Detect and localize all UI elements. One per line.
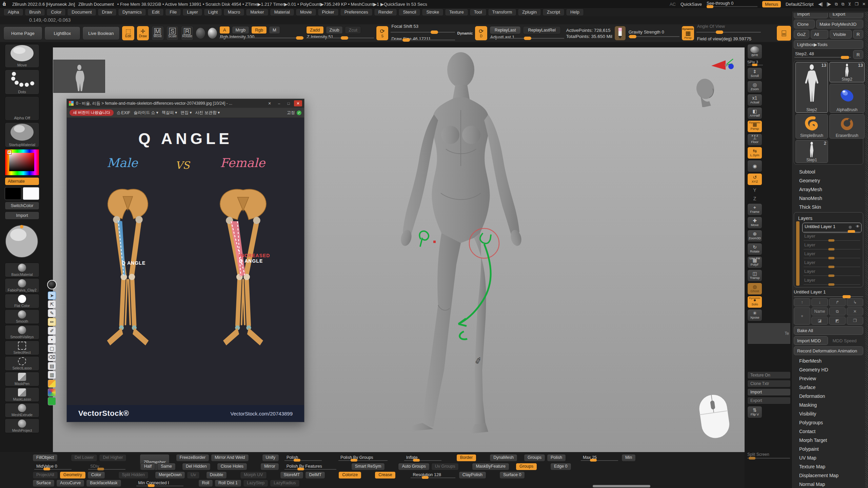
shelf-view-button[interactable]: x1 Actual xyxy=(747,94,762,106)
bottom-bar-button[interactable]: Polish By Features xyxy=(283,463,338,470)
field-of-view-slider[interactable]: Field of view(deg) 39.59775 xyxy=(696,37,774,42)
rotate-button[interactable]: 🅁Rotate xyxy=(181,26,194,41)
layer-down-button[interactable]: ↓ xyxy=(811,298,828,306)
clone-button[interactable]: Clone xyxy=(794,20,815,28)
annotation-pencil-button[interactable]: ✏ xyxy=(48,318,56,326)
bottom-bar-button[interactable]: MergeDown xyxy=(155,471,185,479)
bottom-bar-button[interactable]: Double xyxy=(206,471,227,479)
make-polymesh3d-button[interactable]: Make PolyMesh3D xyxy=(816,20,863,28)
tool-thumbnail-simplebrush[interactable]: SimpleBrush xyxy=(795,114,828,139)
menu-item[interactable]: Document xyxy=(67,8,96,16)
panel-section-header[interactable]: Normal Map xyxy=(794,480,863,488)
panel-section-header[interactable]: Subtool xyxy=(794,167,863,176)
bottom-bar-button[interactable]: Polish xyxy=(547,454,566,462)
layers-scrollbar[interactable] xyxy=(796,221,800,286)
bottom-bar-button[interactable]: Inflate xyxy=(402,454,443,462)
dynamic-brush-icon[interactable]: ⟳D xyxy=(475,26,488,41)
bottom-bar-button[interactable]: Uv Groups xyxy=(431,463,459,470)
tool-thumbnail-eraserbrush[interactable]: EraserBrush xyxy=(829,114,865,139)
bpr-button[interactable]: BPR xyxy=(747,44,762,59)
layer-row[interactable]: Layer xyxy=(802,277,862,286)
viewer-menu-archive[interactable]: 사진 보관함 ▾ xyxy=(195,110,220,116)
viewer-title-bar[interactable]: 0 - 비율, 리듬 > female-and-male-skeleton-di… xyxy=(67,99,304,108)
step2-r-button[interactable]: R xyxy=(853,50,863,59)
clone-txtr-button[interactable]: Clone Txtr xyxy=(747,380,791,387)
panel-section-header[interactable]: UV Map xyxy=(794,453,863,462)
bottom-bar-button[interactable]: Surface xyxy=(33,480,55,487)
menu-item[interactable]: Render xyxy=(374,8,397,16)
bottom-bar-button[interactable]: ClayPolish xyxy=(459,471,486,479)
panel-section-header[interactable]: Polygroups xyxy=(794,418,863,427)
menu-item[interactable]: Transform xyxy=(488,8,517,16)
texture-preview[interactable]: Te xyxy=(747,323,791,344)
menu-item[interactable]: Brush xyxy=(25,8,45,16)
shelf-material-item[interactable]: Flat Color xyxy=(5,294,39,308)
menu-item[interactable]: Movie xyxy=(296,8,316,16)
panel-section-header[interactable]: Morph Target xyxy=(794,436,863,445)
bottom-bar-button[interactable]: Min xyxy=(622,454,636,462)
panel-section-header[interactable]: Visibility xyxy=(794,409,863,418)
mrgb-button[interactable]: Mrgb xyxy=(232,26,250,34)
bottom-bar-button[interactable]: Mirror And Weld xyxy=(211,454,249,462)
brush-thumbnail-move[interactable]: Move xyxy=(5,44,39,68)
edit-button[interactable]: ⬚Edit xyxy=(122,26,135,41)
panel-section-header[interactable]: Geometry HD xyxy=(794,365,863,374)
bottom-bar-button[interactable]: FreezeBorder xyxy=(176,454,209,462)
layer-row[interactable]: Layer xyxy=(802,250,862,259)
mdd-speed-slider[interactable]: MDD Speed xyxy=(829,336,864,345)
panel-section-header[interactable]: Deformation xyxy=(794,392,863,401)
tool-thumbnail-step2[interactable]: 13 Step2 xyxy=(829,62,865,82)
adjust-last-slider[interactable]: AdjustLast 1 xyxy=(490,35,564,41)
bottom-bar-button[interactable]: StoreMT xyxy=(280,471,304,479)
bottom-bar-button[interactable]: SDiv xyxy=(86,463,127,470)
layers-header[interactable]: Layers xyxy=(795,214,862,223)
replay-last-rel-button[interactable]: ReplayLastRel xyxy=(523,26,560,34)
bottom-bar-button[interactable]: Unify xyxy=(262,454,279,462)
bottom-bar-button[interactable]: Edge 0 xyxy=(550,463,571,470)
layer-new-button[interactable]: + xyxy=(794,307,810,325)
viewer-exif-button[interactable]: ⎙EXIF xyxy=(117,110,130,115)
see-through-slider[interactable]: See-through 0 xyxy=(707,1,757,7)
shelf-material-item[interactable]: MeshProject xyxy=(5,419,39,433)
stroke-settings-icon[interactable]: ⟳S xyxy=(376,26,389,41)
panel-section-header[interactable]: Polypaint xyxy=(794,445,863,453)
menu-item[interactable]: Light xyxy=(204,8,222,16)
bottom-bar-button[interactable]: Color xyxy=(87,471,105,479)
rgb-button[interactable]: Rgb xyxy=(251,26,267,34)
bottom-bar-button[interactable]: Uv xyxy=(187,471,199,479)
tool-thumbnail-alphabrush[interactable]: AlphaBrush xyxy=(829,84,865,113)
eye-icon[interactable]: 👁 xyxy=(856,224,860,228)
goz-r-button[interactable]: R xyxy=(853,30,863,39)
shelf-view-button[interactable]: ⊕ Zoom3D xyxy=(747,230,762,242)
bottom-bar-button[interactable]: Min Connected I xyxy=(135,480,185,487)
menu-item[interactable]: Color xyxy=(46,8,66,16)
bottom-bar-button[interactable]: Close Holes xyxy=(217,463,247,470)
bottom-scrollbar[interactable] xyxy=(593,485,650,487)
record-deformation-button[interactable]: Record Deformation Animation xyxy=(794,346,863,355)
rgb-intensity-slider[interactable]: Rgb Intensity 100 xyxy=(219,35,304,40)
windows-tile-icon[interactable]: ⧉ xyxy=(842,2,844,6)
alpha-thumbnail-off[interactable]: Alpha Off xyxy=(5,96,39,121)
bottom-bar-button[interactable]: DynaMesh xyxy=(490,454,517,462)
shelf-view-button[interactable]: Dynamic ● Solo xyxy=(747,296,762,308)
shelf-material-item[interactable]: SelectRect xyxy=(5,341,39,355)
tool-export-button[interactable]: Export xyxy=(829,13,864,18)
lightbox-button[interactable]: LightBox xyxy=(44,26,80,40)
shelf-material-item[interactable]: FabioPaiva_Clay2 xyxy=(5,278,39,293)
bottom-bar-button[interactable]: Border xyxy=(456,454,477,462)
current-material-sphere[interactable] xyxy=(5,221,39,261)
menu-item[interactable]: Material xyxy=(270,8,294,16)
layer-copy-button[interactable]: ❐ xyxy=(847,317,863,325)
gravity-strength-slider[interactable]: Gravity Strength 0 xyxy=(628,27,679,39)
bottom-bar-button[interactable]: Colorize xyxy=(338,471,361,479)
bottom-bar-button[interactable]: LazyRadius xyxy=(270,480,299,487)
bottom-bar-button[interactable]: Geometry xyxy=(60,471,86,479)
viewer-close-icon[interactable]: ✕ xyxy=(294,100,302,106)
bottom-bar-button[interactable]: Same xyxy=(157,463,176,470)
panel-section-header[interactable]: ArrayMesh xyxy=(794,185,863,194)
panel-section-header[interactable]: Displacement Map xyxy=(794,471,863,480)
texture-on-button[interactable]: Texture On xyxy=(747,371,791,379)
gravity-pencil-icon[interactable] xyxy=(614,26,626,41)
layer-merge-button[interactable]: ◪ xyxy=(811,317,828,325)
menu-item[interactable]: Texture xyxy=(445,8,468,16)
